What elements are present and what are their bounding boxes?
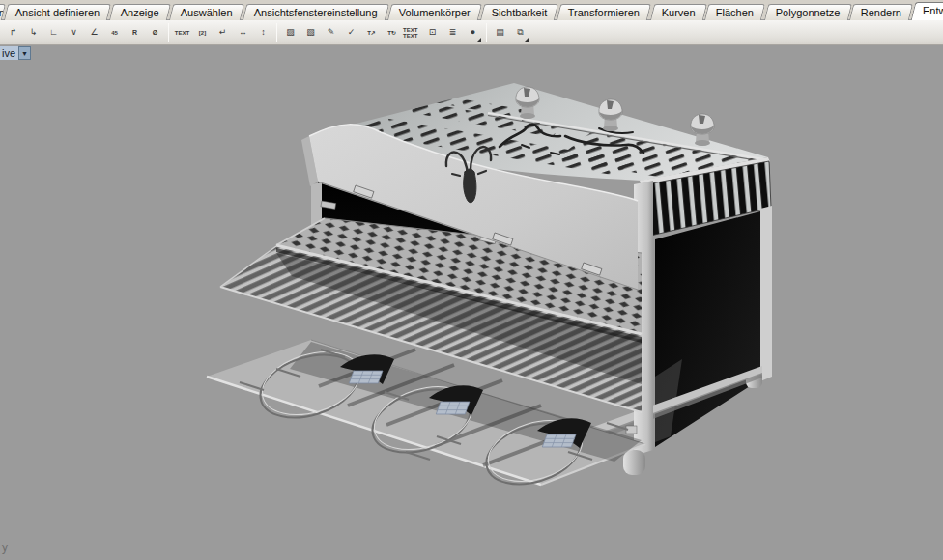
tab-label: Sichtbarkeit bbox=[492, 6, 547, 20]
dim-horizontal-icon-glyph: ↳ bbox=[30, 28, 38, 37]
dim-45-icon-glyph: 45 bbox=[111, 30, 118, 36]
dim-vertical-icon[interactable]: ↱ bbox=[3, 22, 23, 43]
text-stack-icon[interactable]: TEXT TEXT bbox=[402, 22, 422, 43]
model-perforated-ramp[interactable] bbox=[542, 434, 576, 447]
draw-2d-box-icon[interactable]: ⊡ bbox=[422, 22, 443, 43]
leader-2-icon[interactable]: [2] bbox=[192, 22, 213, 43]
viewport-title-dropdown[interactable]: ▼ bbox=[18, 46, 31, 60]
tab-polygonnetze[interactable]: Polygonnetze bbox=[763, 4, 851, 20]
text-block-icon-glyph: TEXT bbox=[175, 30, 189, 36]
tab-bar: nAnsicht definierenAnzeigeAuswählenAnsic… bbox=[0, 0, 943, 20]
tab-ansicht-definieren[interactable]: Ansicht definieren bbox=[4, 4, 112, 20]
toolbar-separator bbox=[276, 23, 277, 42]
recenter-dimension-icon-glyph: ✓ bbox=[348, 28, 356, 37]
tab-rendern[interactable]: Rendern bbox=[849, 4, 913, 20]
hatch-solid-icon-glyph: ▧ bbox=[306, 28, 315, 37]
tab-auswählen[interactable]: Auswählen bbox=[169, 4, 244, 20]
dim-radius-icon-glyph: R bbox=[132, 29, 137, 36]
tab-entwurf[interactable]: Entwurf bbox=[911, 2, 943, 20]
annotation-styles-icon[interactable]: ≣ bbox=[443, 22, 463, 43]
dim-angle-icon[interactable]: ∨ bbox=[64, 22, 84, 43]
recenter-dimension-icon[interactable]: ✓ bbox=[341, 22, 361, 43]
chevron-down-icon: ▼ bbox=[21, 50, 28, 57]
dim-angle2-icon-glyph: ∠ bbox=[90, 28, 98, 37]
tab-label: Ansicht definieren bbox=[15, 6, 100, 20]
dim-angle2-icon[interactable]: ∠ bbox=[84, 22, 104, 43]
text-block-icon[interactable]: TEXT bbox=[172, 22, 192, 43]
annotation-styles-icon-glyph: ≣ bbox=[449, 28, 457, 37]
text-orient-icon-glyph: T↗ bbox=[367, 30, 376, 36]
edit-dimension-icon-glyph: ✎ bbox=[328, 28, 335, 37]
dim-vertical-icon-glyph: ↱ bbox=[10, 28, 17, 37]
dim-rotated-icon[interactable]: ∟ bbox=[43, 22, 64, 43]
tab-kurven[interactable]: Kurven bbox=[649, 4, 706, 20]
dim-span-v-icon[interactable]: ↕ bbox=[253, 22, 273, 43]
tab-ansichtsfenstereinstellung[interactable]: Ansichtsfenstereinstellung bbox=[243, 4, 389, 20]
text-stack-icon-glyph: TEXT TEXT bbox=[403, 27, 421, 39]
toolbar-separator bbox=[168, 23, 169, 42]
text-rotate-icon[interactable]: T↻ bbox=[382, 22, 402, 43]
leader-icon-glyph: ↵ bbox=[219, 28, 227, 37]
tab-sichtbarkeit[interactable]: Sichtbarkeit bbox=[480, 4, 559, 20]
hatch-icon[interactable]: ▨ bbox=[280, 22, 300, 43]
tab-label: Volumenkörper bbox=[399, 6, 471, 20]
toolbar-separator bbox=[486, 23, 487, 42]
copy-clipboard-icon[interactable]: ⧉ bbox=[510, 22, 530, 43]
dim-span-v-icon-glyph: ↕ bbox=[261, 28, 266, 37]
dim-rotated-icon-glyph: ∟ bbox=[49, 28, 58, 37]
dim-diameter-icon-glyph: Ø bbox=[153, 29, 157, 36]
tab-anzeige[interactable]: Anzeige bbox=[109, 4, 171, 20]
tab-transformieren[interactable]: Transformieren bbox=[557, 4, 651, 20]
cplane-y-axis-label: y bbox=[2, 541, 8, 554]
dim-span-h-icon[interactable]: ↔ bbox=[233, 22, 253, 43]
tab-flächen[interactable]: Flächen bbox=[704, 4, 765, 20]
dim-horizontal-icon[interactable]: ↳ bbox=[23, 22, 43, 43]
render-preview-icon-glyph: ● bbox=[471, 28, 475, 37]
dim-radius-icon[interactable]: R bbox=[125, 22, 145, 43]
hatch-solid-icon[interactable]: ▧ bbox=[300, 22, 321, 43]
dim-diameter-icon[interactable]: Ø bbox=[145, 22, 165, 43]
model-perforated-ramp[interactable] bbox=[349, 371, 383, 383]
text-orient-icon[interactable]: T↗ bbox=[361, 22, 382, 43]
viewport-title-label[interactable]: ive bbox=[0, 46, 18, 60]
text-rotate-icon-glyph: T↻ bbox=[387, 30, 396, 36]
leader-icon[interactable]: ↵ bbox=[213, 22, 233, 43]
leader-2-icon-glyph: [2] bbox=[199, 30, 206, 36]
draw-2d-box-icon-glyph: ⊡ bbox=[429, 28, 437, 37]
tab-label: Kurven bbox=[661, 6, 695, 20]
tab-label: Ansichtsfenstereinstellung bbox=[254, 6, 378, 20]
model-perforated-ramp[interactable] bbox=[436, 402, 470, 414]
tab-volumenkörper[interactable]: Volumenkörper bbox=[387, 4, 482, 20]
print-icon-glyph: ▤ bbox=[496, 28, 504, 37]
tab-label: Flächen bbox=[716, 6, 754, 20]
render-preview-icon[interactable]: ● bbox=[463, 22, 483, 43]
tab-label: Entwurf bbox=[923, 4, 943, 18]
perspective-viewport[interactable]: ive ▼ y bbox=[0, 45, 943, 560]
tab-label: Polygonnetze bbox=[775, 6, 840, 20]
tab-label: Auswählen bbox=[181, 6, 233, 20]
model-rear-post[interactable] bbox=[760, 206, 772, 381]
viewport-canvas[interactable] bbox=[0, 45, 943, 560]
tab-label: Anzeige bbox=[121, 6, 159, 20]
toolbar: ↱↳∟∨∠45RØTEXT[2]↵↔↕▨▧✎✓T↗T↻TEXT TEXT⊡≣●▤… bbox=[0, 20, 943, 45]
tab-label: Rendern bbox=[861, 6, 901, 20]
dim-span-h-icon-glyph: ↔ bbox=[239, 28, 247, 37]
viewport-title-bar: ive ▼ bbox=[0, 46, 31, 60]
print-icon[interactable]: ▤ bbox=[490, 22, 510, 43]
model-front-foot[interactable] bbox=[623, 450, 645, 475]
edit-dimension-icon[interactable]: ✎ bbox=[321, 22, 341, 43]
rhino-app-window: nAnsicht definierenAnzeigeAuswählenAnsic… bbox=[0, 0, 943, 560]
copy-clipboard-icon-glyph: ⧉ bbox=[517, 28, 523, 37]
dim-angle-icon-glyph: ∨ bbox=[71, 28, 77, 37]
tab-label: Transformieren bbox=[568, 6, 640, 20]
hatch-icon-glyph: ▨ bbox=[286, 28, 295, 37]
dim-45-icon[interactable]: 45 bbox=[104, 22, 125, 43]
